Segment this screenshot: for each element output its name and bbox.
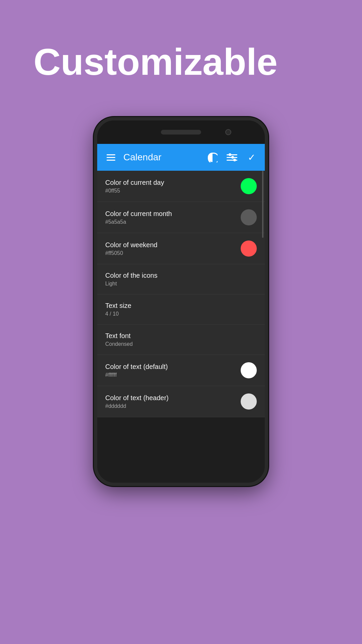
value-text-font: Condensed — [105, 341, 133, 347]
label-weekend: Color of weekend — [105, 241, 158, 249]
value-icons-color: Light — [105, 281, 158, 287]
swatch-current-month[interactable] — [241, 209, 257, 225]
phone-speaker — [161, 130, 201, 135]
settings-item-text-size[interactable]: Text size 4 / 10 — [97, 294, 265, 325]
settings-item-text-font[interactable]: Text font Condensed — [97, 325, 265, 355]
swatch-weekend[interactable] — [241, 240, 257, 257]
label-icons-color: Color of the icons — [105, 272, 158, 279]
brightness-icon[interactable] — [206, 151, 219, 164]
label-current-month: Color of current month — [105, 210, 172, 218]
label-text-font: Text font — [105, 332, 133, 340]
swatch-text-header[interactable] — [241, 393, 257, 410]
sliders-icon[interactable] — [225, 151, 239, 164]
settings-item-weekend[interactable]: Color of weekend #ff5050 — [97, 233, 265, 264]
settings-item-current-month[interactable]: Color of current month #5a5a5a — [97, 202, 265, 233]
swatch-text-default[interactable] — [241, 362, 257, 378]
value-text-default: #ffffff — [105, 372, 168, 378]
app-bar: Calendar ✓ — [97, 144, 265, 171]
value-text-header: #dddddd — [105, 403, 169, 409]
phone-camera — [225, 129, 231, 135]
phone-bezel — [97, 120, 265, 144]
value-text-size: 4 / 10 — [105, 311, 131, 317]
app-bar-title: Calendar — [123, 152, 200, 163]
hero-title: Customizable — [0, 40, 278, 84]
swatch-current-day[interactable] — [241, 178, 257, 194]
scrollbar[interactable] — [262, 171, 263, 238]
settings-item-text-default[interactable]: Color of text (default) #ffffff — [97, 355, 265, 386]
value-current-day: #0ff55 — [105, 188, 164, 194]
menu-icon[interactable] — [104, 152, 118, 163]
label-text-header: Color of text (header) — [105, 394, 169, 402]
check-icon[interactable]: ✓ — [245, 151, 258, 164]
label-text-size: Text size — [105, 302, 131, 310]
settings-item-text-header[interactable]: Color of text (header) #dddddd — [97, 386, 265, 417]
settings-item-icons-color[interactable]: Color of the icons Light — [97, 264, 265, 294]
settings-item-current-day[interactable]: Color of current day #0ff55 — [97, 171, 265, 202]
phone-mockup: Calendar ✓ Color of current day #0ff55 — [94, 117, 268, 486]
settings-list: Color of current day #0ff55 Color of cur… — [97, 171, 265, 417]
label-current-day: Color of current day — [105, 179, 164, 186]
value-current-month: #5a5a5a — [105, 219, 172, 225]
label-text-default: Color of text (default) — [105, 363, 168, 371]
value-weekend: #ff5050 — [105, 250, 158, 256]
app-bar-icons: ✓ — [206, 151, 258, 164]
